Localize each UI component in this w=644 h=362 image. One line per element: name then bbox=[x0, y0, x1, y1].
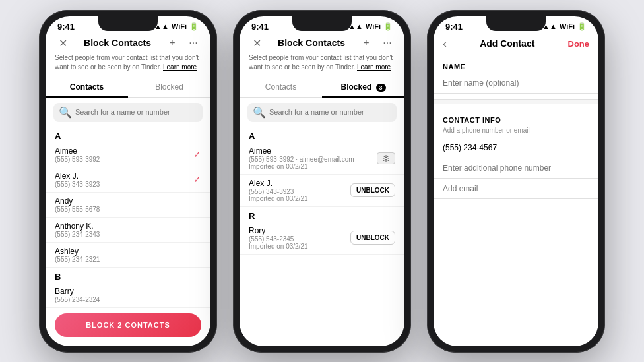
learn-more-link-2[interactable]: Learn more bbox=[357, 63, 391, 71]
contact-alexj-1[interactable]: Alex J. (555) 343-3923 ✓ bbox=[46, 167, 210, 193]
name-section-label: NAME bbox=[434, 56, 598, 73]
tab-contacts-2[interactable]: Contacts bbox=[240, 77, 322, 97]
section-a-header-1: A bbox=[46, 127, 210, 142]
time-3: 9:41 bbox=[445, 22, 463, 32]
blocked-badge-2: 3 bbox=[376, 84, 386, 92]
check-aimee-1: ✓ bbox=[193, 149, 201, 160]
add-header-3: ‹ Add Contact Done bbox=[434, 34, 598, 56]
phone3-outer: 9:41 ▲▲▲ WiFi 🔋 ‹ Add Contact Done NAME bbox=[427, 10, 605, 353]
search-icon-1: 🔍 bbox=[59, 106, 72, 119]
section-divider-3 bbox=[434, 99, 598, 104]
tab-blocked-2[interactable]: Blocked 3 bbox=[322, 77, 404, 97]
search-input-2[interactable] bbox=[269, 108, 391, 116]
phone1-outer: 9:41 ▲▲▲ WiFi 🔋 ✕ Block Contacts + ··· bbox=[39, 10, 217, 353]
done-button-3[interactable]: Done bbox=[568, 39, 590, 49]
notch-3 bbox=[486, 16, 546, 31]
battery-icon-2: 🔋 bbox=[383, 22, 393, 31]
battery-icon-3: 🔋 bbox=[577, 22, 587, 31]
screen-content-2: ✕ Block Contacts + ··· Select people fro… bbox=[240, 34, 404, 346]
gear-icon-aimee bbox=[382, 154, 390, 162]
more-icon-2[interactable]: ··· bbox=[379, 37, 395, 49]
search-input-1[interactable] bbox=[75, 108, 197, 116]
unblock-rory-button[interactable]: UNBLOCK bbox=[350, 231, 395, 245]
contact-info-label: CONTACT INFO bbox=[434, 109, 598, 127]
wifi-icon-2: WiFi bbox=[366, 22, 381, 30]
contact-alexj-2: Alex J. (555) 343-3923 Imported on 03/2/… bbox=[240, 175, 404, 207]
block-button-1[interactable]: BLOCK 2 CONTACTS bbox=[55, 313, 201, 337]
svg-point-0 bbox=[385, 157, 387, 160]
contact-ashley-1[interactable]: Ashley (555) 234-2321 bbox=[46, 243, 210, 268]
unblock-alexj-button[interactable]: UNBLOCK bbox=[350, 183, 395, 197]
header-icons-right-2: + ··· bbox=[358, 37, 395, 49]
more-icon-1[interactable]: ··· bbox=[185, 37, 201, 49]
settings-toggle-aimee[interactable] bbox=[377, 152, 395, 164]
header-icons-right-1: + ··· bbox=[164, 37, 201, 49]
add-icon-2[interactable]: + bbox=[358, 37, 374, 49]
battery-icon-1: 🔋 bbox=[189, 22, 199, 31]
tabs-2: Contacts Blocked 3 bbox=[240, 77, 404, 98]
phone-input-1[interactable] bbox=[434, 138, 598, 158]
contact-rory-2: Rory (555) 543-2345 Imported on 03/2/21 … bbox=[240, 222, 404, 255]
phone-input-2[interactable] bbox=[434, 158, 598, 179]
name-input[interactable] bbox=[434, 73, 598, 94]
header-title-1: Block Contacts bbox=[71, 38, 164, 48]
phone2-outer: 9:41 ▲▲▲ WiFi 🔋 ✕ Block Contacts + ··· bbox=[233, 10, 411, 353]
contact-aimee-2: Aimee (555) 593-3992 · aimee@email.com I… bbox=[240, 142, 404, 175]
time-2: 9:41 bbox=[251, 22, 269, 32]
phone1-inner: 9:41 ▲▲▲ WiFi 🔋 ✕ Block Contacts + ··· bbox=[46, 16, 210, 346]
close-icon-2[interactable]: ✕ bbox=[249, 37, 265, 49]
contact-barry-1[interactable]: Barry (555) 234-2324 bbox=[46, 283, 210, 308]
wifi-icon-3: WiFi bbox=[560, 22, 575, 30]
learn-more-link-1[interactable]: Learn more bbox=[163, 63, 197, 71]
header-title-2: Block Contacts bbox=[265, 38, 358, 48]
contact-info-sublabel: Add a phone number or email bbox=[434, 127, 598, 138]
wifi-icon-1: WiFi bbox=[172, 22, 187, 30]
notch bbox=[98, 16, 158, 31]
add-icon-1[interactable]: + bbox=[164, 37, 180, 49]
contact-anthonyk-1[interactable]: Anthony K. (555) 234-2343 bbox=[46, 218, 210, 243]
search-bar-2[interactable]: 🔍 bbox=[247, 103, 397, 122]
phones-container: 9:41 ▲▲▲ WiFi 🔋 ✕ Block Contacts + ··· bbox=[39, 10, 605, 353]
tab-blocked-1[interactable]: Blocked bbox=[128, 77, 210, 97]
tab-contacts-1[interactable]: Contacts bbox=[46, 77, 128, 97]
screen-header-2: ✕ Block Contacts + ··· bbox=[240, 34, 404, 53]
check-alexj-1: ✓ bbox=[193, 174, 201, 185]
section-b-header-1: B bbox=[46, 268, 210, 283]
subtitle-1: Select people from your contact list tha… bbox=[46, 53, 210, 77]
notch-2 bbox=[292, 16, 352, 31]
header-title-3: Add Contact bbox=[447, 38, 568, 49]
phone3-inner: 9:41 ▲▲▲ WiFi 🔋 ‹ Add Contact Done NAME bbox=[434, 16, 598, 346]
tabs-1: Contacts Blocked bbox=[46, 77, 210, 98]
subtitle-2: Select people from your contact list tha… bbox=[240, 53, 404, 77]
screen-content-3: ‹ Add Contact Done NAME CONTACT INFO Add… bbox=[434, 34, 598, 346]
screen-header-1: ✕ Block Contacts + ··· bbox=[46, 34, 210, 53]
time-1: 9:41 bbox=[57, 22, 75, 32]
contact-aimee-1[interactable]: Aimee (555) 593-3992 ✓ bbox=[46, 142, 210, 167]
section-a-header-2: A bbox=[240, 127, 404, 142]
screen-content-1: ✕ Block Contacts + ··· Select people fro… bbox=[46, 34, 210, 346]
search-bar-1[interactable]: 🔍 bbox=[53, 103, 203, 122]
close-icon-1[interactable]: ✕ bbox=[55, 37, 71, 49]
contact-andy-1[interactable]: Andy (555) 555-5678 bbox=[46, 193, 210, 218]
email-input[interactable] bbox=[434, 179, 598, 199]
phone2-inner: 9:41 ▲▲▲ WiFi 🔋 ✕ Block Contacts + ··· bbox=[240, 16, 404, 346]
section-r-header-2: R bbox=[240, 207, 404, 222]
search-icon-2: 🔍 bbox=[253, 106, 266, 119]
